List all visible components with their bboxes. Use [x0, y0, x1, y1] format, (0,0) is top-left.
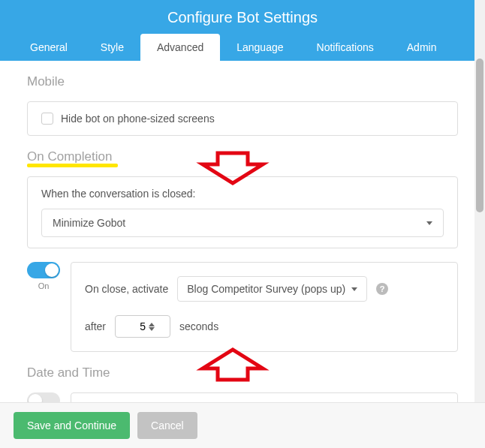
- tab-admin[interactable]: Admin: [390, 34, 453, 61]
- content-pane: Mobile Hide bot on phone-sized screens O…: [0, 61, 485, 413]
- on-close-toggle-label: On: [38, 281, 50, 290]
- page-title: Configure Bot Settings: [0, 9, 485, 34]
- section-datetime-title: Date and Time: [27, 365, 458, 380]
- cancel-button[interactable]: Cancel: [137, 412, 197, 439]
- mobile-card: Hide bot on phone-sized screens: [27, 101, 458, 136]
- modal-header: Configure Bot Settings General Style Adv…: [0, 0, 485, 61]
- tab-advanced[interactable]: Advanced: [140, 34, 220, 61]
- tab-notifications[interactable]: Notifications: [300, 34, 390, 61]
- spinner-down-icon[interactable]: [149, 327, 155, 331]
- save-button[interactable]: Save and Continue: [14, 412, 130, 439]
- when-closed-select[interactable]: Minimize Gobot: [41, 209, 444, 237]
- scrollbar-thumb[interactable]: [476, 59, 483, 212]
- delay-input[interactable]: 5: [115, 315, 170, 338]
- caret-down-icon: [351, 287, 357, 291]
- section-completion-title: On Completion: [27, 149, 112, 164]
- caret-down-icon: [426, 221, 432, 225]
- survey-value: Blog Competitor Survey (pops up): [187, 283, 345, 295]
- spinner-up-icon[interactable]: [149, 323, 155, 326]
- after-label: after: [85, 320, 106, 332]
- seconds-label: seconds: [179, 320, 218, 332]
- number-spinner[interactable]: [149, 323, 155, 331]
- on-close-card: On close, activate Blog Competitor Surve…: [71, 262, 458, 352]
- survey-select[interactable]: Blog Competitor Survey (pops up): [177, 276, 367, 302]
- completion-card: When the conversation is closed: Minimiz…: [27, 176, 458, 248]
- footer-bar: Save and Continue Cancel: [0, 402, 485, 448]
- on-close-activate-label: On close, activate: [85, 283, 168, 295]
- section-mobile-title: Mobile: [27, 74, 458, 89]
- hide-bot-row[interactable]: Hide bot on phone-sized screens: [41, 113, 444, 125]
- help-icon[interactable]: ?: [376, 283, 388, 295]
- delay-value: 5: [140, 320, 146, 332]
- tab-style[interactable]: Style: [84, 34, 140, 61]
- scrollbar-track[interactable]: [474, 0, 485, 407]
- tab-bar: General Style Advanced Language Notifica…: [0, 34, 485, 61]
- hide-bot-checkbox[interactable]: [41, 113, 53, 125]
- toggle-knob: [45, 263, 59, 277]
- on-close-row: On On close, activate Blog Competitor Su…: [27, 262, 458, 352]
- hide-bot-label: Hide bot on phone-sized screens: [61, 113, 215, 125]
- tab-language[interactable]: Language: [220, 34, 300, 61]
- when-closed-value: Minimize Gobot: [53, 217, 125, 229]
- on-close-toggle[interactable]: [27, 262, 60, 278]
- when-closed-label: When the conversation is closed:: [41, 188, 444, 200]
- tab-general[interactable]: General: [14, 34, 84, 61]
